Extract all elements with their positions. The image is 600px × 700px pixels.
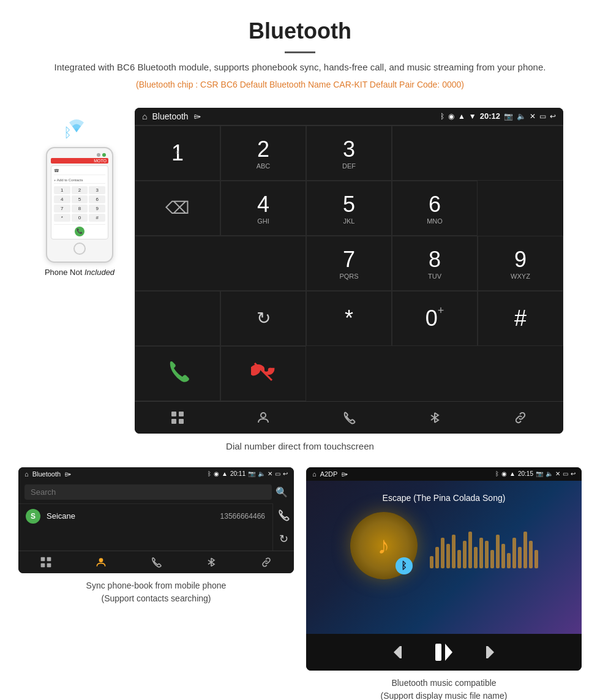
dialer-screen: ⌂ Bluetooth ⌲ ᛒ ◉ ▲ ▼ 20:12 📷 🔈 ✕ ▭ <box>135 108 563 434</box>
close-icon[interactable]: ✕ <box>530 112 536 121</box>
key-0[interactable]: 0 + <box>392 291 478 346</box>
phone-key[interactable]: 7 <box>54 205 70 213</box>
pb-nav-phone[interactable] <box>129 556 184 568</box>
phonebook-caption: Sync phone-book from mobile phone (Suppo… <box>86 579 227 605</box>
music-screen-icon[interactable]: ▭ <box>563 470 568 477</box>
key-7[interactable]: 7 PQRS <box>306 236 392 291</box>
key-9[interactable]: 9 WXYZ <box>478 236 563 291</box>
screen-icon[interactable]: ▭ <box>539 112 546 121</box>
svg-rect-12 <box>400 646 402 658</box>
svg-point-5 <box>261 413 266 418</box>
pb-contact-row[interactable]: S Seicane 13566664466 <box>18 503 272 529</box>
key-6[interactable]: 6 MNO <box>392 181 478 236</box>
dialer-keypad: 1 ⌂ 2 ABC 3 DEF <box>135 125 563 401</box>
svg-rect-13 <box>435 644 441 661</box>
music-time: 20:15 <box>518 470 533 477</box>
phone-keypad: 1 2 3 4 5 6 7 8 9 * 0 # <box>54 186 105 222</box>
phone-home-btn[interactable] <box>73 243 86 255</box>
phone-call-btn[interactable]: 📞 <box>75 227 84 236</box>
phone-key[interactable]: 0 <box>72 214 88 222</box>
back-icon[interactable]: ↩ <box>550 112 556 121</box>
key-star[interactable]: * <box>306 291 392 346</box>
phone-key[interactable]: 2 <box>72 186 88 194</box>
phone-key[interactable]: 5 <box>72 195 88 203</box>
music-camera-icon[interactable]: 📷 <box>536 470 543 477</box>
pb-nav-bt[interactable] <box>184 556 239 568</box>
phone-key[interactable]: 9 <box>89 205 105 213</box>
pb-contact-name: Seicane <box>47 511 220 521</box>
phone-key[interactable]: 8 <box>72 205 88 213</box>
music-main-area: ♪ ᛒ <box>350 512 538 579</box>
pb-loc-icon: ◉ <box>214 470 219 477</box>
phone-key[interactable]: * <box>54 214 70 222</box>
key-delete[interactable]: ⌫ <box>135 181 220 236</box>
key-5[interactable]: 5 JKL <box>306 181 392 236</box>
pb-search-input[interactable] <box>24 484 272 500</box>
home-icon[interactable]: ⌂ <box>142 111 147 121</box>
music-close-icon[interactable]: ✕ <box>555 470 560 477</box>
phone-add-contacts: + Add to Contacts <box>54 177 105 184</box>
bottom-screenshots: ⌂ Bluetooth ⌲ ᛒ ◉ ▲ 20:11 📷 🔈 ✕ <box>18 467 582 701</box>
music-status-left: ⌂ A2DP ⌲ <box>312 470 348 478</box>
pb-nav-grid[interactable] <box>18 556 73 568</box>
key-8[interactable]: 8 TUV <box>392 236 478 291</box>
key-3[interactable]: 3 DEF <box>306 126 392 181</box>
pb-back-icon[interactable]: ↩ <box>283 470 288 477</box>
call-green-icon <box>165 358 190 388</box>
phone-key[interactable]: 1 <box>54 186 70 194</box>
phone-brand: MOTO <box>51 158 108 164</box>
nav-link[interactable] <box>478 402 563 434</box>
music-vol-icon[interactable]: 🔈 <box>546 470 553 477</box>
volume-icon[interactable]: 🔈 <box>517 112 526 121</box>
pb-signal-icon: ▲ <box>222 470 228 477</box>
svg-rect-1 <box>171 412 176 416</box>
phone-key[interactable]: 3 <box>89 186 105 194</box>
nav-bluetooth[interactable] <box>392 402 478 434</box>
nav-phone[interactable] <box>306 402 392 434</box>
pb-nav-person[interactable] <box>73 556 129 568</box>
phonebook-screenshot-item: ⌂ Bluetooth ⌲ ᛒ ◉ ▲ 20:11 📷 🔈 ✕ <box>18 467 294 701</box>
pb-screen-icon[interactable]: ▭ <box>275 470 280 477</box>
music-back-icon[interactable]: ↩ <box>571 470 576 477</box>
pb-home-icon[interactable]: ⌂ <box>24 470 29 478</box>
music-content: Escape (The Pina Colada Song) ♪ ᛒ <box>306 481 582 634</box>
next-button[interactable] <box>479 644 497 661</box>
phone-key[interactable]: 4 <box>54 195 70 203</box>
bt-wifi-area: ᛒ <box>55 108 104 145</box>
eq-bar <box>507 553 511 568</box>
pb-close-icon[interactable]: ✕ <box>268 470 272 477</box>
music-home-icon[interactable]: ⌂ <box>312 470 317 478</box>
key-hash[interactable]: # <box>478 291 563 346</box>
page-subtitle: Integrated with BC6 Bluetooth module, su… <box>12 61 588 75</box>
svg-rect-9 <box>47 563 51 567</box>
prev-button[interactable] <box>391 644 408 661</box>
music-caption: Bluetooth music compatible (Support disp… <box>381 677 508 701</box>
pb-nav-link[interactable] <box>239 556 294 568</box>
dialer-title-label: Bluetooth <box>152 111 188 121</box>
key-4[interactable]: 4 GHI <box>220 181 306 236</box>
play-pause-button[interactable] <box>433 641 455 663</box>
nav-grid[interactable] <box>135 402 220 434</box>
eq-bar <box>485 541 489 568</box>
eq-bar <box>435 547 439 568</box>
key-call-red[interactable] <box>220 346 306 401</box>
signal-icon: ▲ <box>458 112 465 121</box>
key-reload[interactable]: ↻ <box>220 291 306 346</box>
pb-vol-icon[interactable]: 🔈 <box>258 470 265 477</box>
key-call-green[interactable] <box>135 346 220 401</box>
camera-icon[interactable]: 📷 <box>504 112 513 121</box>
eq-bar <box>518 547 522 568</box>
pb-camera-icon[interactable]: 📷 <box>248 470 255 477</box>
phone-key[interactable]: 6 <box>89 195 105 203</box>
music-signal-icon: ▲ <box>509 470 516 477</box>
search-icon[interactable]: 🔍 <box>276 486 288 498</box>
eq-bar <box>430 556 433 568</box>
wifi-status-icon: ▼ <box>469 112 476 121</box>
phone-key[interactable]: # <box>89 214 105 222</box>
pb-call-icon[interactable] <box>277 508 290 525</box>
nav-contacts[interactable] <box>220 402 306 434</box>
key-2[interactable]: 2 ABC <box>220 126 306 181</box>
key-1[interactable]: 1 ⌂ <box>135 126 220 181</box>
svg-point-10 <box>99 558 103 562</box>
pb-reload-icon[interactable]: ↻ <box>279 532 288 546</box>
